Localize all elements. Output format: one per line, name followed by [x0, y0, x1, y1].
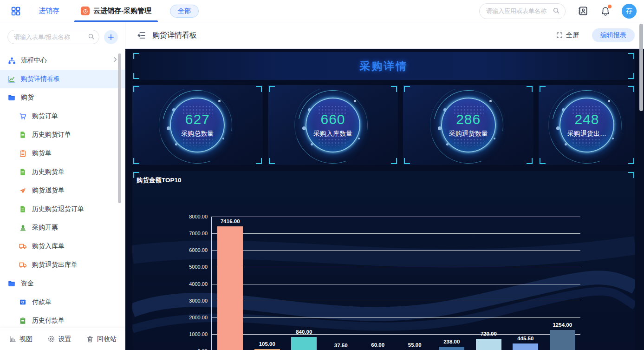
paper-plane-icon — [19, 186, 27, 195]
bar-0[interactable] — [217, 226, 243, 350]
sidebar-item-13[interactable]: 付款单 — [0, 293, 125, 311]
sidebar-footer-视图[interactable]: 视图 — [8, 335, 33, 343]
bar-2[interactable] — [291, 337, 317, 350]
settings-icon — [47, 335, 56, 343]
all-apps-button[interactable]: 全部 — [170, 5, 199, 18]
sidebar-item-label: 购货入库单 — [32, 242, 65, 251]
views-icon — [8, 335, 17, 343]
sidebar: 流程中心购货详情看板购货购货订单历史购货订单购货单历史购货单购货退货单历史购货退… — [0, 22, 125, 350]
sidebar-item-label: 历史购货退货订单 — [32, 205, 84, 213]
gauge: 248采购退货出… — [552, 90, 622, 160]
decor-dot — [489, 100, 492, 102]
y-axis-tick-label: 8000.00 — [175, 214, 208, 219]
notification-bell-icon[interactable] — [600, 6, 611, 16]
sidebar-item-label: 购货单 — [32, 149, 52, 158]
bar-value-label: 445.50 — [505, 336, 546, 341]
sidebar-item-3[interactable]: 购货订单 — [0, 107, 125, 125]
gridline — [212, 217, 580, 217]
decor-dot — [222, 138, 224, 139]
bar-value-label: 60.00 — [357, 342, 399, 348]
app-clock-icon — [81, 7, 90, 15]
sidebar-item-0[interactable]: 流程中心 — [0, 51, 125, 70]
bar-8[interactable] — [513, 343, 538, 350]
gauge-label: 采购退货数量 — [449, 130, 488, 138]
chart-title: 购货金额TOP10 — [137, 176, 182, 185]
contacts-directory-icon[interactable] — [578, 6, 588, 16]
add-form-button[interactable] — [104, 30, 118, 44]
decor-dot — [358, 138, 360, 139]
bar-value-label: 37.50 — [320, 343, 362, 348]
fullscreen-label: 全屏 — [566, 31, 579, 40]
payment-icon — [19, 298, 27, 306]
document-icon — [19, 168, 27, 176]
sidebar-search-row — [0, 22, 125, 49]
truck-icon — [19, 242, 27, 251]
dashboard-title: 采购详情 — [360, 59, 408, 73]
sidebar-item-14[interactable]: 历史付款单 — [0, 311, 125, 328]
tab-label: 云进销存-采购管理 — [93, 7, 151, 15]
fullscreen-icon — [556, 32, 563, 39]
sidebar-item-11[interactable]: 购货退货出库单 — [0, 256, 125, 274]
search-icon — [553, 7, 560, 16]
sidebar-item-9[interactable]: 采购开票 — [0, 218, 125, 237]
sidebar-item-7[interactable]: 购货退货单 — [0, 181, 125, 200]
sidebar-item-4[interactable]: 历史购货订单 — [0, 125, 125, 144]
bar-chart-panel: 购货金额TOP10 0.001000.002000.003000.004000.… — [132, 171, 635, 350]
gauge-label: 采购退货出… — [567, 130, 606, 138]
dashboard-canvas: 采购详情 627采购总数量660采购入库数量286采购退货数量248采购退货出…… — [125, 49, 644, 350]
bar-value-label: 55.00 — [394, 342, 436, 348]
sidebar-item-label: 购货退货单 — [32, 186, 65, 195]
sidebar-item-8[interactable]: 历史购货退货订单 — [0, 200, 125, 218]
sidebar-item-10[interactable]: 购货入库单 — [0, 237, 125, 256]
bar-value-label: 238.00 — [431, 339, 473, 344]
user-avatar[interactable]: 存 — [622, 4, 637, 19]
main-scrollbar[interactable] — [639, 24, 643, 111]
gauge-circle: 286采购退货数量 — [441, 98, 496, 152]
y-axis-tick-label: 5000.00 — [175, 264, 208, 270]
gridline — [212, 250, 580, 251]
page-title: 购货详情看板 — [152, 31, 197, 40]
gauge-row: 627采购总数量660采购入库数量286采购退货数量248采购退货出… — [132, 85, 635, 165]
clipboard-orange-icon — [19, 149, 27, 158]
gauge-value: 286 — [456, 112, 481, 126]
sidebar-item-5[interactable]: 购货单 — [0, 144, 125, 163]
sidebar-item-label: 购货详情看板 — [21, 75, 60, 83]
brand-link[interactable]: 进销存 — [39, 7, 59, 15]
edit-report-button[interactable]: 编辑报表 — [592, 28, 635, 42]
global-search — [479, 3, 566, 19]
bar-value-label: 7416.00 — [209, 218, 251, 224]
collapse-sidebar-icon[interactable] — [137, 31, 146, 40]
footer-label: 视图 — [20, 335, 33, 343]
tab-app-active[interactable]: 云进销存-采购管理 — [74, 0, 158, 22]
y-axis-tick-label: 4000.00 — [175, 281, 208, 287]
app-window: 进销存 云进销存-采购管理 全部 — [0, 0, 644, 350]
sidebar-footer-设置[interactable]: 设置 — [47, 335, 72, 343]
gridline — [212, 284, 580, 284]
sidebar-item-label: 购货退货出库单 — [32, 261, 78, 269]
bar-value-label: 105.00 — [246, 341, 288, 347]
bar-6[interactable] — [439, 347, 464, 350]
chevron-right-icon — [112, 56, 118, 65]
footer-label: 回收站 — [97, 335, 117, 343]
y-axis-tick-label: 0.00 — [175, 348, 208, 350]
sidebar-item-label: 购货订单 — [32, 112, 58, 120]
apps-grid-icon[interactable] — [10, 6, 21, 17]
sidebar-item-label: 流程中心 — [21, 56, 47, 65]
sidebar-item-12[interactable]: 资金 — [0, 274, 125, 293]
bar-9[interactable] — [550, 330, 575, 350]
fullscreen-button[interactable]: 全屏 — [556, 31, 579, 40]
gauge: 660采购入库数量 — [298, 90, 368, 160]
sidebar-scrollbar[interactable] — [118, 53, 121, 203]
sidebar-item-2[interactable]: 购货 — [0, 88, 125, 107]
bar-value-label: 840.00 — [283, 329, 325, 335]
sidebar-search-input[interactable] — [7, 30, 99, 44]
sidebar-item-label: 购货 — [21, 93, 34, 102]
gauge-label: 采购总数量 — [181, 130, 214, 138]
document-icon — [19, 205, 27, 213]
divider — [30, 7, 30, 15]
sidebar-item-1[interactable]: 购货详情看板 — [0, 70, 125, 88]
main-header: 购货详情看板 全屏 编辑报表 — [125, 22, 644, 49]
sidebar-item-6[interactable]: 历史购货单 — [0, 163, 125, 181]
bar-7[interactable] — [476, 339, 501, 350]
sidebar-footer-回收站[interactable]: 回收站 — [86, 335, 117, 343]
